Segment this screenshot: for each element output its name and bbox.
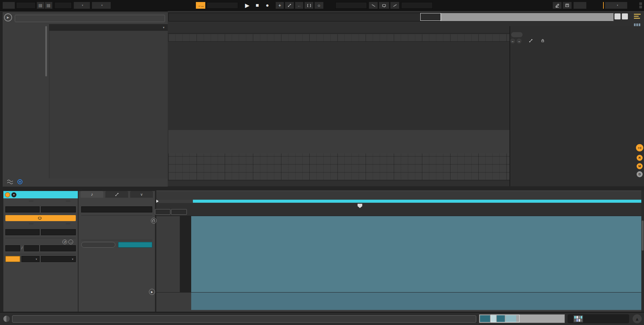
transport-bar: ||| ||| ▾ ▾ →‥ ▶ ■ ● + ← ○ ▾	[0, 0, 644, 11]
arrangement-view: ← → I·O R M D	[168, 11, 644, 186]
midi-map-button[interactable]	[588, 2, 602, 9]
position-set-button[interactable]	[29, 223, 34, 224]
midi-scrub-area[interactable]	[156, 203, 641, 216]
loop-button[interactable]	[5, 215, 76, 221]
draw-mode-button[interactable]	[553, 2, 561, 9]
hot-swap-target-icon[interactable]	[17, 179, 22, 184]
clip-detail-view: ▼ ↺ → / ▼	[0, 190, 644, 312]
tap-tempo-button[interactable]	[3, 2, 15, 9]
loop-region-icon[interactable]	[379, 2, 389, 9]
status-message-field	[12, 315, 476, 323]
browser-list: ▼	[49, 24, 168, 178]
info-view-toggle-icon[interactable]	[3, 316, 10, 322]
randomize-amount-field[interactable]	[118, 242, 152, 248]
scale-mode-button[interactable]	[5, 256, 20, 262]
search-input[interactable]	[15, 15, 165, 22]
arrangement-minimap[interactable]	[479, 314, 565, 323]
list-header[interactable]: ▼	[49, 24, 168, 31]
velocity-lane[interactable]	[191, 292, 641, 310]
nudge-up-button[interactable]: |||	[45, 2, 52, 9]
time-signature-field[interactable]	[54, 2, 72, 9]
overload-indicator-icon[interactable]: ▲	[633, 314, 642, 323]
sidebar-scrollbar[interactable]	[45, 26, 47, 76]
tab-envelopes[interactable]	[105, 191, 128, 198]
scale-name-menu[interactable]: ▼	[41, 256, 76, 262]
midi-note-editor	[156, 190, 641, 312]
delay-show-button[interactable]: D	[637, 171, 643, 177]
quantize-menu[interactable]: ▾	[92, 2, 111, 9]
clip-length-field[interactable]	[41, 229, 76, 235]
key-map-button[interactable]	[574, 2, 586, 9]
insert-marker[interactable]	[358, 204, 362, 208]
io-show-button[interactable]: I·O	[636, 144, 643, 151]
places-label	[3, 31, 45, 36]
notes-panel: ♪ ∨ ▶	[78, 191, 155, 312]
status-bar: ▲	[0, 312, 644, 325]
loop-start-marker[interactable]	[156, 200, 159, 203]
nudge-down-button[interactable]: |||	[37, 2, 44, 9]
automation-arm-button[interactable]	[285, 2, 294, 9]
midi-indicator	[603, 2, 604, 9]
note-range-field[interactable]	[81, 206, 152, 212]
punch-out-icon[interactable]	[390, 2, 399, 9]
groove-commit-icon[interactable]: ↺	[62, 240, 67, 244]
midi-overdub-button[interactable]: +	[276, 2, 284, 9]
mixer-show-button[interactable]: M	[637, 163, 643, 169]
clip-title-bar[interactable]: ▼	[3, 191, 78, 198]
sig-denominator-field[interactable]	[24, 245, 39, 251]
arrangement-position-field[interactable]	[207, 2, 238, 9]
loop-start-field[interactable]	[335, 2, 367, 9]
velocity-section	[156, 292, 641, 310]
end-set-button[interactable]	[66, 201, 70, 201]
clip-position-field[interactable]	[5, 229, 40, 235]
computer-midi-keyboard-button[interactable]	[563, 2, 572, 9]
groove-hotswap-icon[interactable]: →	[68, 240, 73, 244]
sig-numerator-field[interactable]	[5, 245, 20, 251]
midi-track-out-indicator	[639, 6, 642, 8]
start-set-button[interactable]	[29, 201, 34, 201]
reenable-automation-button[interactable]: ←	[295, 2, 303, 9]
midi-track-in-indicator	[639, 2, 642, 5]
cpu-load-menu[interactable]: ▾	[605, 2, 627, 9]
fold-button[interactable]	[155, 209, 170, 215]
clip-preview-play-icon[interactable]: ▶	[149, 289, 155, 295]
record-button[interactable]: ●	[263, 1, 272, 9]
clip-start-field[interactable]	[5, 206, 40, 212]
clip-fold-icon[interactable]: ▼	[11, 192, 16, 197]
punch-in-icon[interactable]	[369, 2, 378, 9]
stop-button[interactable]: ■	[253, 1, 262, 9]
browser-sidebar	[3, 24, 45, 178]
clip-panel: ▼ ↺ → / ▼	[3, 191, 78, 312]
track-headers	[168, 11, 644, 186]
randomize-button[interactable]	[81, 242, 115, 248]
returns-show-button[interactable]: R	[637, 155, 643, 161]
metronome-button[interactable]: ▾	[74, 2, 90, 9]
grooves-pool-icon[interactable]	[6, 179, 16, 186]
play-button[interactable]: ▶	[243, 1, 252, 9]
minimap-view-frame[interactable]	[491, 315, 520, 322]
tab-expression[interactable]: ∨	[130, 191, 153, 198]
ableton-live-window: ||| ||| ▾ ▾ →‥ ▶ ■ ● + ← ○ ▾ ▶	[0, 0, 644, 325]
scale-fold-button[interactable]	[171, 209, 187, 215]
editor-scrollbar[interactable]	[641, 190, 644, 312]
length-set-button[interactable]	[66, 223, 70, 224]
note-grid[interactable]	[191, 216, 641, 292]
loop-length-field[interactable]	[401, 2, 433, 9]
tab-notes[interactable]: ♪	[80, 191, 103, 198]
browser-toggle-icon[interactable]: ▶	[4, 13, 12, 21]
list-header-dropdown-icon: ▼	[162, 26, 165, 29]
midi-loop-brace[interactable]	[193, 200, 641, 203]
current-device-chip[interactable]	[568, 314, 629, 323]
preview-headphone-icon[interactable]	[151, 218, 157, 223]
loop-switch-button[interactable]: ○	[315, 2, 323, 9]
punch-button[interactable]	[305, 2, 313, 9]
follow-button[interactable]: →‥	[196, 2, 205, 9]
scale-root-menu[interactable]: ▼	[21, 256, 40, 262]
clip-color-swatch[interactable]	[5, 192, 10, 197]
midi-beat-ruler[interactable]	[156, 192, 641, 200]
groove-field[interactable]	[40, 245, 76, 251]
clip-end-field[interactable]	[41, 206, 76, 212]
browser-panel: ▶ ▼	[3, 12, 168, 187]
piano-keybed[interactable]	[180, 216, 191, 292]
tempo-field[interactable]	[16, 2, 36, 9]
